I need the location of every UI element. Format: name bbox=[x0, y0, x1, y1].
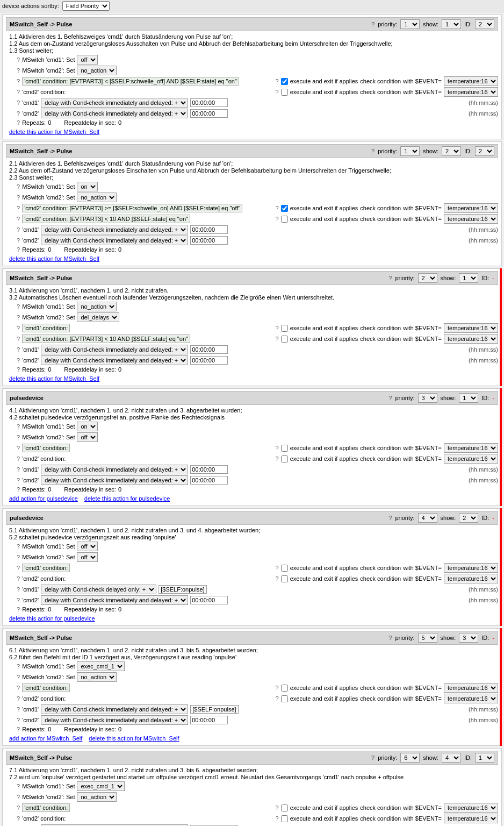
section-header: MSwitch_Self -> Pulse?priority:1show:1ID… bbox=[6, 17, 498, 31]
data-row: ?MSwitch 'cmd1': Seton bbox=[6, 182, 498, 191]
cmd1-delay-row: ?'cmd1'delay with Cond-check immediately… bbox=[6, 225, 498, 234]
data-row: ?MSwitch 'cmd2': Setno_action bbox=[6, 792, 498, 802]
red-indicator bbox=[500, 628, 502, 746]
description-line: 6.1 Aktivierung von 'cmd1', nachdem 1. u… bbox=[6, 647, 498, 653]
action-links-row: delete this action for pulsedevice bbox=[6, 614, 498, 623]
condition1-row: ?'cmd1' condition:?execute and exit if a… bbox=[6, 803, 498, 813]
condition1-row: ?'cmd1' condition: [EVTPART3] < [$SELF:s… bbox=[6, 76, 498, 86]
data-row: ?MSwitch 'cmd1': Setexec_cmd_1 bbox=[6, 661, 498, 671]
section-wrapper-s5: pulsedevice?priority:4show:2ID:-5.1 Akti… bbox=[2, 508, 502, 626]
data-row: ?MSwitch 'cmd2': Setno_action bbox=[6, 672, 498, 682]
condition2-row: ?'cmd2' condition:?execute and exit if a… bbox=[6, 454, 498, 464]
top-bar: device actions sortby: Field Priority bbox=[0, 0, 504, 12]
red-indicator bbox=[500, 508, 502, 626]
data-row: ?MSwitch 'cmd2': Setdel_delays bbox=[6, 312, 498, 322]
cmd2-delay-row: ?'cmd2'delay with Cond-check immediately… bbox=[6, 109, 498, 118]
data-row: ?MSwitch 'cmd2': Setoff bbox=[6, 432, 498, 442]
section-wrapper-s6: MSwitch_Self -> Pulse?priority:5show:3ID… bbox=[2, 628, 502, 746]
section-header: pulsedevice?priority:3show:1ID:- bbox=[6, 391, 498, 405]
description-line: 7.1 Aktivierung von 'cmd1', nachdem 1. u… bbox=[6, 767, 498, 773]
cmd1-delay-row: ?'cmd1'delay with Cond-check immediately… bbox=[6, 704, 498, 714]
description-line: 2.2 Aus dem off-Zustand verzögerungslose… bbox=[6, 167, 498, 174]
action-links-row: add action for MSwitch_Selfdelete this a… bbox=[6, 734, 498, 743]
description-line: 1.1 Aktivieren des 1. Befehlszweiges 'cm… bbox=[6, 33, 498, 40]
condition2-row: ?'cmd2' condition:?execute and exit if a… bbox=[6, 87, 498, 97]
section-wrapper-s4: pulsedevice?priority:3show:1ID:-4.1 Akti… bbox=[2, 388, 502, 506]
data-row: ?MSwitch 'cmd1': Setno_action bbox=[6, 302, 498, 311]
description-line: 3.1 Aktivierung von 'cmd1', nachdem 1. u… bbox=[6, 287, 498, 294]
sortby-select[interactable]: Field Priority bbox=[62, 1, 110, 11]
cmd2-delay-row: ?'cmd2'delay with Cond-check immediately… bbox=[6, 355, 498, 365]
red-indicator bbox=[500, 268, 502, 386]
section-wrapper-s7: MSwitch_Self -> Pulse?priority:6show:4ID… bbox=[2, 748, 502, 826]
cmd1-delay-row: ?'cmd1'delay with Cond-check delayed onl… bbox=[6, 585, 498, 594]
condition2-row: ?'cmd2' condition:?execute and exit if a… bbox=[6, 694, 498, 703]
section-header: MSwitch_Self -> Pulse?priority:1show:2ID… bbox=[6, 144, 498, 158]
condition1-row: ?'cmd1' condition:?execute and exit if a… bbox=[6, 323, 498, 333]
description-line: 3.2 Automatisches Löschen eventuell noch… bbox=[6, 294, 498, 301]
section-header: MSwitch_Self -> Pulse?priority:5show:3ID… bbox=[6, 631, 498, 645]
section-wrapper-s2: MSwitch_Self -> Pulse?priority:1show:2ID… bbox=[2, 141, 502, 266]
cmd1-delay-row: ?'cmd1'delay with Cond-check immediately… bbox=[6, 345, 498, 354]
data-row: ?MSwitch 'cmd2': Setno_action bbox=[6, 193, 498, 202]
repeats-row: ?Repeats:0Repeatdelay in sec:0 bbox=[6, 486, 498, 493]
condition1-row: ?'cmd2' condition: [EVTPART3] >= [$SELF:… bbox=[6, 203, 498, 213]
section-wrapper-s1: MSwitch_Self -> Pulse?priority:1show:1ID… bbox=[2, 15, 502, 139]
description-line: 4.2 schaltet pulsedevice verzögerungsfre… bbox=[6, 414, 498, 421]
repeats-row: ?Repeats:0Repeatdelay in sec:0 bbox=[6, 366, 498, 373]
data-row: ?MSwitch 'cmd1': Setexec_cmd_1 bbox=[6, 781, 498, 791]
sortby-label: device actions sortby: bbox=[2, 3, 59, 9]
condition1-row: ?'cmd1' condition:?execute and exit if a… bbox=[6, 443, 498, 453]
sections-container: MSwitch_Self -> Pulse?priority:1show:1ID… bbox=[0, 15, 504, 826]
data-row: ?MSwitch 'cmd2': Setno_action bbox=[6, 66, 498, 75]
action-links-row: add action for pulsedevicedelete this ac… bbox=[6, 494, 498, 503]
repeats-row: ?Repeats:0Repeatdelay in sec:0 bbox=[6, 119, 498, 126]
action-links-row: delete this action for MSwitch_Self bbox=[6, 127, 498, 137]
cmd2-delay-row: ?'cmd2'delay with Cond-check immediately… bbox=[6, 475, 498, 485]
repeats-row: ?Repeats:0Repeatdelay in sec:0 bbox=[6, 246, 498, 253]
condition1-row: ?'cmd1' condition:?execute and exit if a… bbox=[6, 683, 498, 693]
red-indicator bbox=[500, 388, 502, 506]
description-line: 1.3 Sonst weiter; bbox=[6, 47, 498, 54]
section-header: MSwitch_Self -> Pulse?priority:6show:4ID… bbox=[6, 751, 498, 765]
condition2-row: ?'cmd2' condition:?execute and exit if a… bbox=[6, 574, 498, 583]
description-line: 1.2 Aus dem on-Zustand verzögerungsloses… bbox=[6, 40, 498, 47]
section-title: MSwitch_Self -> Pulse bbox=[10, 148, 72, 154]
section-title: MSwitch_Self -> Pulse bbox=[10, 275, 72, 281]
description-line: 6.2 führt den Befehl mit der ID 1 verzög… bbox=[6, 654, 498, 660]
condition2-row: ?'cmd2' condition:?execute and exit if a… bbox=[6, 814, 498, 823]
section-title: pulsedevice bbox=[10, 515, 44, 521]
description-line: 2.3 Sonst weiter; bbox=[6, 174, 498, 181]
section-title: pulsedevice bbox=[10, 395, 44, 401]
section-title: MSwitch_Self -> Pulse bbox=[10, 21, 72, 27]
data-row: ?MSwitch 'cmd1': Setoff bbox=[6, 55, 498, 65]
cmd1-delay-row: ?'cmd1'delay with Cond-check immediately… bbox=[6, 465, 498, 474]
description-line: 5.2 schaltet pulsedevice verzögerungszei… bbox=[6, 534, 498, 540]
section-header: MSwitch_Self -> Pulse?priority:2show:1ID… bbox=[6, 271, 498, 285]
condition2-row: ?'cmd1' condition: [EVTPART3] < 10 AND [… bbox=[6, 334, 498, 344]
section-wrapper-s3: MSwitch_Self -> Pulse?priority:2show:1ID… bbox=[2, 268, 502, 386]
condition2-row: ?'cmd2' condition: [EVTPART3] < 10 AND [… bbox=[6, 214, 498, 224]
section-title: MSwitch_Self -> Pulse bbox=[10, 754, 72, 761]
description-line: 7.2 wird um 'onpulse' verzögert gestarte… bbox=[6, 774, 498, 780]
cmd2-delay-row: ?'cmd2'delay with Cond-check immediately… bbox=[6, 236, 498, 245]
data-row: ?MSwitch 'cmd1': Seton bbox=[6, 422, 498, 431]
description-line: 5.1 Aktivierung von 'cmd1', nachdem 1. u… bbox=[6, 527, 498, 533]
action-links-row: delete this action for MSwitch_Self bbox=[6, 254, 498, 264]
section-title: MSwitch_Self -> Pulse bbox=[10, 635, 72, 641]
cmd2-delay-row: ?'cmd2'delay with Cond-check immediately… bbox=[6, 715, 498, 725]
data-row: ?MSwitch 'cmd2': Setoff bbox=[6, 552, 498, 562]
section-header: pulsedevice?priority:4show:2ID:- bbox=[6, 511, 498, 525]
condition1-row: ?'cmd1' condition:?execute and exit if a… bbox=[6, 563, 498, 573]
cmd2-delay-row: ?'cmd2'delay with Cond-check immediately… bbox=[6, 595, 498, 605]
data-row: ?MSwitch 'cmd1': Setoff bbox=[6, 542, 498, 551]
action-links-row: delete this action for MSwitch_Self bbox=[6, 374, 498, 383]
repeats-row: ?Repeats:0Repeatdelay in sec:0 bbox=[6, 726, 498, 732]
description-line: 4.1 Aktivierung von 'cmd1', nachdem 1. u… bbox=[6, 407, 498, 414]
cmd1-delay-row: ?'cmd1'delay with Cond-check immediately… bbox=[6, 98, 498, 108]
repeats-row: ?Repeats:0Repeatdelay in sec:0 bbox=[6, 606, 498, 613]
description-line: 2.1 Aktivieren des 1. Befehlszweiges 'cm… bbox=[6, 160, 498, 167]
